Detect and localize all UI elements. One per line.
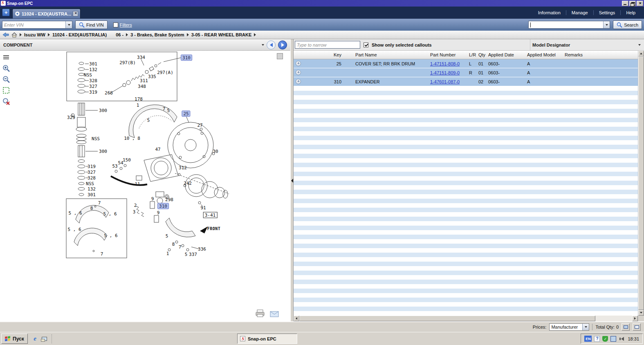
breadcrumb-item[interactable]: 3-05 - REAR WHEEL BRAKE: [191, 32, 252, 37]
diagram-callout[interactable]: 8: [172, 242, 175, 247]
diagram-callout[interactable]: 30: [213, 149, 218, 154]
diagram-figure-ref-link[interactable]: 3-41: [203, 212, 218, 218]
column-header-applied_model[interactable]: Applied Model: [525, 52, 563, 57]
diagram-callout[interactable]: 319: [89, 90, 97, 95]
diagram-callout[interactable]: 301: [88, 192, 96, 197]
tray-display-icon[interactable]: [610, 336, 616, 342]
layout-split-button[interactable]: [633, 323, 641, 331]
diagram-callout[interactable]: 328: [89, 78, 97, 83]
diagram-callout[interactable]: 300: [99, 149, 107, 154]
zoom-in-icon[interactable]: [2, 64, 11, 72]
next-figure-button[interactable]: [278, 40, 287, 49]
diagram-callout[interactable]: 132: [89, 67, 97, 72]
diagram-callout[interactable]: 334: [137, 55, 145, 60]
diagram-callout[interactable]: 47: [155, 147, 160, 152]
vertical-scrollbar[interactable]: [638, 51, 644, 316]
diagram-callout[interactable]: 91: [200, 205, 206, 211]
diagram-callout[interactable]: 5: [167, 108, 170, 113]
row-expand-icon[interactable]: [294, 61, 303, 66]
diagram-callout[interactable]: 8: [90, 206, 93, 211]
diagram-callout[interactable]: 2: [134, 203, 137, 208]
diagram-callout[interactable]: 298: [165, 197, 173, 202]
row-expand-icon[interactable]: [294, 70, 303, 75]
column-header-part_number[interactable]: Part Number: [429, 52, 467, 57]
taskbar-app-button[interactable]: Snap-on EPC: [237, 334, 297, 344]
restore-button[interactable]: [629, 1, 636, 6]
start-button[interactable]: Пуск: [1, 334, 28, 344]
diagram-callout[interactable]: 1: [166, 251, 169, 256]
scroll-thumb[interactable]: [638, 56, 644, 310]
show-selected-checkbox[interactable]: [364, 43, 368, 47]
search-input[interactable]: [528, 21, 610, 29]
zoom-out-icon[interactable]: [2, 75, 11, 83]
layout-single-button[interactable]: [622, 323, 630, 331]
diagram-callout[interactable]: 7: [179, 244, 182, 250]
component-dropdown-icon[interactable]: [262, 44, 264, 46]
tray-help-icon[interactable]: [594, 336, 600, 342]
find-vin-button[interactable]: Find VIN: [75, 20, 108, 29]
part-number-link[interactable]: 1-47151-809-0: [430, 70, 460, 75]
diagram-callout[interactable]: 348: [138, 84, 146, 89]
diagram-callout[interactable]: 297(B): [119, 60, 136, 65]
panel-splitter[interactable]: [290, 39, 294, 321]
narrow-input[interactable]: Type to narrow: [295, 41, 360, 49]
menu-item-settings[interactable]: Settings: [593, 10, 621, 15]
diagram-callout[interactable]: 5 , 6: [67, 227, 81, 232]
diagram-callout[interactable]: 9: [151, 196, 154, 202]
diagram-callout[interactable]: NSS: [92, 136, 100, 141]
diagram-callout[interactable]: 5: [147, 118, 150, 123]
diagram-callout[interactable]: 178: [135, 96, 143, 102]
column-header-key[interactable]: Key: [303, 52, 354, 57]
row-expand-icon[interactable]: [294, 79, 303, 84]
diagram-callout[interactable]: 5: [166, 233, 168, 239]
diagram-callout[interactable]: 327: [89, 84, 97, 89]
prices-dropdown[interactable]: Manufacturer: [549, 323, 589, 331]
breadcrumb-item[interactable]: Isuzu WW: [24, 32, 45, 37]
menu-item-information[interactable]: Information: [533, 10, 566, 15]
diagram-callout[interactable]: 7: [98, 200, 101, 206]
diagram-callout[interactable]: 1: [137, 103, 139, 108]
search-dropdown-button[interactable]: [603, 21, 610, 28]
column-header-part_name[interactable]: Part Name: [354, 52, 429, 57]
diagram-callout[interactable]: 301: [89, 61, 97, 67]
home-icon[interactable]: [11, 32, 17, 38]
diagram-callout[interactable]: 7: [101, 251, 103, 257]
breadcrumb-item[interactable]: 11024 - EXD(AUSTRALIA): [52, 32, 107, 37]
diagram-callout[interactable]: 5 , 6: [104, 233, 117, 238]
diagram-callout[interactable]: 27: [197, 123, 202, 128]
diagram-callout[interactable]: 5 , 6: [68, 211, 82, 216]
diagram-callout[interactable]: 312: [179, 165, 187, 170]
diagram-callout[interactable]: 7: [163, 106, 166, 112]
print-icon[interactable]: [255, 309, 265, 318]
column-header-qty[interactable]: Qty: [477, 52, 487, 57]
overview-toggle[interactable]: [277, 53, 283, 59]
table-row[interactable]: 310EXPANDER1-47601-087-0020603-A: [294, 77, 638, 86]
collapse-arrow-icon[interactable]: [291, 179, 293, 183]
diagram-callout[interactable]: 10 , 8: [124, 136, 140, 141]
diagram-callout[interactable]: 9: [157, 210, 160, 215]
diagram-callout[interactable]: 311: [140, 78, 148, 83]
diagram-callout[interactable]: 5: [185, 252, 188, 257]
part-number-link[interactable]: 1-47601-087-0: [430, 79, 460, 84]
clock[interactable]: 18:31: [628, 336, 639, 341]
prices-dropdown-button[interactable]: [582, 324, 589, 330]
menu-item-manage[interactable]: Manage: [566, 10, 593, 15]
diagram-callout[interactable]: 11: [135, 181, 140, 187]
filters-link[interactable]: Filters: [120, 22, 132, 27]
column-header-lr[interactable]: L/R: [467, 52, 477, 57]
minimize-button[interactable]: [622, 1, 628, 6]
tray-volume-icon[interactable]: [619, 336, 624, 342]
diagram-callout[interactable]: 336: [198, 246, 206, 252]
diagram-callout[interactable]: 54: [118, 160, 123, 166]
vin-input[interactable]: Enter VIN: [2, 21, 72, 29]
browser-icon[interactable]: [31, 335, 39, 343]
diagram-callout[interactable]: 297(A): [157, 70, 173, 75]
model-designator-dropdown[interactable]: Model Designator: [530, 39, 643, 50]
catalog-tab[interactable]: 11024 - EXD(AUSTRA...: [12, 9, 81, 18]
new-tab-button[interactable]: [2, 9, 10, 16]
scroll-down-icon[interactable]: [638, 310, 644, 316]
diagram-callout[interactable]: 300: [99, 108, 107, 113]
diagram-callout-highlighted[interactable]: 310: [181, 55, 192, 61]
email-icon[interactable]: [270, 311, 279, 318]
diagram-viewport[interactable]: 334297(B)310301132NSS328327319297(A)3353…: [0, 51, 290, 321]
